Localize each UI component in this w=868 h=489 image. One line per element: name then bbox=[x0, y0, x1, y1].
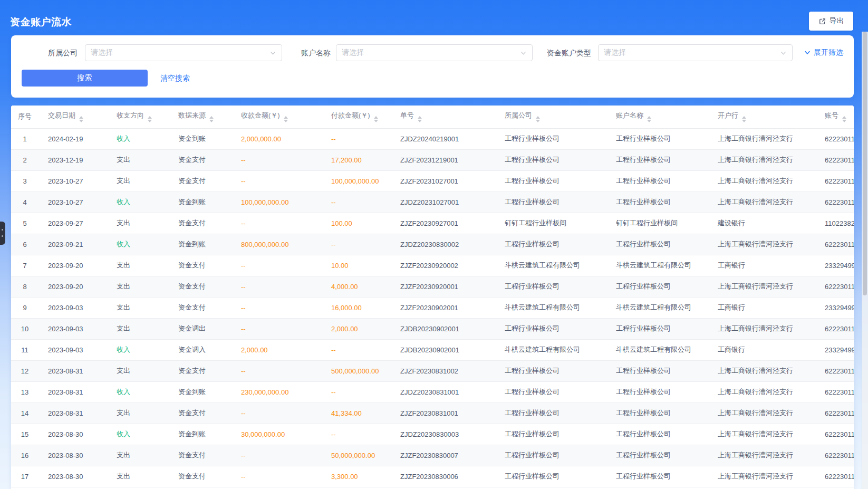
column-header-5[interactable]: 付款金额(￥) bbox=[322, 106, 391, 128]
cell-source: 资金调入 bbox=[169, 339, 232, 360]
search-button[interactable]: 搜索 bbox=[22, 70, 148, 87]
company-select-placeholder: 请选择 bbox=[91, 48, 265, 57]
cell-order_no: ZJZF20230920001 bbox=[391, 276, 495, 297]
export-icon bbox=[818, 17, 826, 25]
cell-bank: 上海工商银行漕河泾支行 bbox=[708, 466, 815, 487]
sort-icon[interactable] bbox=[536, 116, 540, 122]
cell-bank: 工商银行 bbox=[708, 255, 815, 276]
cell-order_no: ZJZF20230830007 bbox=[391, 445, 495, 466]
cell-order_no: ZJDZ20231027001 bbox=[391, 191, 495, 213]
cell-date: 2023-09-20 bbox=[38, 255, 107, 276]
cell-inflow: -- bbox=[232, 466, 322, 487]
column-header-3[interactable]: 数据来源 bbox=[169, 106, 232, 128]
table-body: 12024-02-19收入资金到账2,000,000.00--ZJDZ20240… bbox=[11, 128, 854, 487]
cell-no: 3 bbox=[11, 170, 38, 191]
cell-company: 工程行业样板公司 bbox=[495, 276, 606, 297]
sort-icon[interactable] bbox=[418, 116, 422, 122]
cell-company: 钉钉工程行业样板间 bbox=[495, 213, 606, 234]
filter-actions-row: 搜索 清空搜索 bbox=[11, 70, 854, 87]
cell-outflow: -- bbox=[322, 381, 391, 402]
cell-account: 工程行业样板公司 bbox=[606, 360, 708, 381]
column-header-2[interactable]: 收支方向 bbox=[107, 106, 169, 128]
sort-icon[interactable] bbox=[284, 116, 288, 122]
cell-source: 资金支付 bbox=[169, 213, 232, 234]
cell-outflow: 3,300.00 bbox=[322, 466, 391, 487]
column-header-label: 单号 bbox=[400, 111, 414, 119]
export-button[interactable]: 导出 bbox=[809, 12, 853, 31]
cell-outflow: -- bbox=[322, 234, 391, 255]
vertical-scrollbar[interactable] bbox=[862, 32, 868, 489]
cell-account: 工程行业样板公司 bbox=[606, 234, 708, 255]
column-header-7[interactable]: 所属公司 bbox=[495, 106, 606, 128]
cell-account_no: 1102238232 bbox=[815, 213, 854, 234]
cell-bank: 上海工商银行漕河泾支行 bbox=[708, 276, 815, 297]
cell-date: 2023-09-27 bbox=[38, 213, 107, 234]
account-type-select[interactable]: 请选择 bbox=[598, 44, 793, 61]
cell-inflow: -- bbox=[232, 297, 322, 318]
cell-account: 工程行业样板公司 bbox=[606, 424, 708, 445]
sort-icon[interactable] bbox=[742, 116, 746, 122]
cell-bank: 上海工商银行漕河泾支行 bbox=[708, 424, 815, 445]
cell-account: 斗栱云建筑工程有限公司 bbox=[606, 339, 708, 360]
cell-direction: 收入 bbox=[107, 128, 169, 149]
cell-source: 资金支付 bbox=[169, 402, 232, 424]
cell-date: 2023-09-03 bbox=[38, 297, 107, 318]
cell-account_no: 6222301113 bbox=[815, 402, 854, 424]
table-row: 82023-09-20支出资金支付--4,000.00ZJZF202309200… bbox=[11, 276, 854, 297]
table-row: 72023-09-20支出资金支付--10.00ZJZF20230920002斗… bbox=[11, 255, 854, 276]
cell-order_no: ZJDB20230902001 bbox=[391, 339, 495, 360]
cell-outflow: -- bbox=[322, 339, 391, 360]
cell-date: 2023-08-31 bbox=[38, 381, 107, 402]
cell-outflow: 100,000,000.00 bbox=[322, 170, 391, 191]
cell-account: 工程行业样板公司 bbox=[606, 170, 708, 191]
cell-account_no: 6222301113 bbox=[815, 318, 854, 339]
cell-outflow: 16,000.00 bbox=[322, 297, 391, 318]
cell-outflow: 50,000,000.00 bbox=[322, 445, 391, 466]
column-header-9[interactable]: 开户行 bbox=[708, 106, 815, 128]
clear-search-link[interactable]: 清空搜索 bbox=[160, 70, 190, 87]
company-select[interactable]: 请选择 bbox=[85, 44, 282, 61]
cell-date: 2023-08-31 bbox=[38, 360, 107, 381]
cell-account_no: 6222301113 bbox=[815, 234, 854, 255]
cell-account_no: 6222301113 bbox=[815, 128, 854, 149]
cell-account: 工程行业样板公司 bbox=[606, 191, 708, 213]
cell-outflow: 41,334.00 bbox=[322, 402, 391, 424]
vertical-scrollbar-thumb[interactable] bbox=[863, 32, 867, 295]
cell-account: 工程行业样板公司 bbox=[606, 276, 708, 297]
cell-inflow: -- bbox=[232, 276, 322, 297]
cell-bank: 上海工商银行漕河泾支行 bbox=[708, 318, 815, 339]
sort-icon[interactable] bbox=[647, 116, 651, 122]
sort-icon[interactable] bbox=[842, 116, 846, 122]
cell-direction: 收入 bbox=[107, 381, 169, 402]
sort-icon[interactable] bbox=[79, 116, 83, 122]
transactions-table-card: 序号交易日期收支方向数据来源收款金额(￥)付款金额(￥)单号所属公司账户名称开户… bbox=[11, 106, 854, 489]
account-select[interactable]: 请选择 bbox=[336, 44, 533, 61]
cell-direction: 支出 bbox=[107, 297, 169, 318]
cell-account_no: 2332949941 bbox=[815, 255, 854, 276]
cell-no: 10 bbox=[11, 318, 38, 339]
cell-outflow: 4,000.00 bbox=[322, 276, 391, 297]
cell-source: 资金到账 bbox=[169, 128, 232, 149]
column-header-6[interactable]: 单号 bbox=[391, 106, 495, 128]
column-header-1[interactable]: 交易日期 bbox=[38, 106, 107, 128]
cell-bank: 上海工商银行漕河泾支行 bbox=[708, 191, 815, 213]
cell-bank: 上海工商银行漕河泾支行 bbox=[708, 360, 815, 381]
sort-icon[interactable] bbox=[209, 116, 214, 122]
expand-filters-link[interactable]: 展开筛选 bbox=[804, 44, 843, 61]
cell-outflow: -- bbox=[322, 424, 391, 445]
table-row: 172023-08-30支出资金支付--3,300.00ZJZF20230830… bbox=[11, 466, 854, 487]
cell-inflow: 800,000,000.00 bbox=[232, 234, 322, 255]
cell-date: 2023-08-30 bbox=[38, 424, 107, 445]
side-drawer-handle[interactable] bbox=[0, 222, 5, 245]
sort-icon[interactable] bbox=[148, 116, 152, 122]
sort-icon[interactable] bbox=[374, 116, 378, 122]
cell-outflow: -- bbox=[322, 128, 391, 149]
column-header-10[interactable]: 账号 bbox=[815, 106, 854, 128]
cell-order_no: ZJZF20230831002 bbox=[391, 360, 495, 381]
column-header-8[interactable]: 账户名称 bbox=[606, 106, 708, 128]
cell-company: 工程行业样板公司 bbox=[495, 360, 606, 381]
cell-company: 工程行业样板公司 bbox=[495, 466, 606, 487]
column-header-4[interactable]: 收款金额(￥) bbox=[232, 106, 322, 128]
cell-no: 1 bbox=[11, 128, 38, 149]
cell-date: 2023-10-27 bbox=[38, 170, 107, 191]
